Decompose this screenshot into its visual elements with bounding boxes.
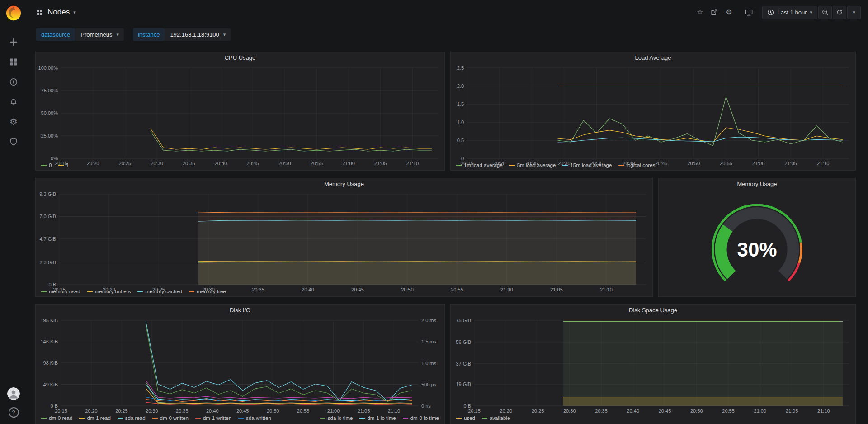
sidebar-create-button[interactable]: [4, 33, 24, 51]
legend-label: memory buffers: [95, 289, 131, 294]
grafana-logo[interactable]: [5, 5, 22, 24]
svg-text:30%: 30%: [737, 238, 777, 261]
user-avatar[interactable]: [7, 387, 20, 400]
svg-text:2.0: 2.0: [457, 83, 464, 89]
bell-icon: [9, 97, 18, 106]
chart-legend: 1m load average5m load average15m load a…: [451, 162, 855, 170]
legend-swatch: [509, 165, 515, 166]
legend-item[interactable]: dm-0 written: [152, 415, 189, 421]
legend-item[interactable]: memory buffers: [87, 289, 131, 294]
panel-title[interactable]: CPU Usage: [36, 52, 444, 63]
svg-text:0.5: 0.5: [457, 138, 464, 143]
variable-value: 192.168.1.18:9100: [170, 31, 219, 38]
variable-value-dropdown[interactable]: Prometheus ▾: [75, 28, 124, 41]
kiosk-mode-button[interactable]: [741, 5, 756, 19]
sidebar-configuration-button[interactable]: ⚙: [4, 113, 24, 130]
panel-title[interactable]: Disk Space Usage: [451, 305, 855, 316]
legend-swatch: [618, 165, 624, 166]
star-dashboard-button[interactable]: ☆: [693, 5, 707, 19]
disk-space-chart[interactable]: 20:1520:2020:2520:3020:3520:4020:4520:50…: [451, 316, 855, 415]
share-dashboard-button[interactable]: [707, 5, 722, 19]
dashboard-title-dropdown[interactable]: Nodes ▾: [47, 8, 76, 17]
disk-io-chart[interactable]: 20:1520:2020:2520:3020:3520:4020:4520:50…: [36, 316, 444, 415]
svg-text:4.7 GiB: 4.7 GiB: [39, 236, 56, 242]
legend-item[interactable]: dm-1 written: [195, 415, 231, 421]
svg-text:1.5: 1.5: [457, 101, 464, 107]
legend-item[interactable]: 1: [58, 162, 69, 168]
svg-text:21:00: 21:00: [327, 408, 340, 414]
gear-icon: ⚙: [726, 9, 732, 16]
legend-swatch: [118, 418, 123, 419]
refresh-button[interactable]: [833, 6, 846, 19]
refresh-interval-dropdown[interactable]: ▾: [847, 6, 861, 19]
variable-value-dropdown[interactable]: 192.168.1.18:9100 ▾: [165, 28, 231, 41]
dashboard-grid-icon[interactable]: [36, 9, 43, 16]
legend-item[interactable]: dm-0 io time: [403, 415, 439, 421]
help-button[interactable]: ?: [9, 407, 19, 418]
zoom-out-time-button[interactable]: [818, 6, 832, 19]
panel-cpu-usage: CPU Usage 20:1520:2020:2520:3020:3520:40…: [35, 52, 445, 171]
legend-label: 0: [49, 162, 52, 168]
time-range-picker[interactable]: Last 1 hour ▾: [762, 6, 817, 19]
legend-item[interactable]: sda read: [118, 415, 146, 421]
legend-swatch: [562, 165, 568, 166]
legend-item[interactable]: dm-1 io time: [359, 415, 396, 421]
cpu-usage-chart[interactable]: 20:1520:2020:2520:3020:3520:4020:4520:50…: [36, 63, 444, 162]
svg-text:20:30: 20:30: [563, 408, 576, 414]
panel-title[interactable]: Disk I/O: [36, 305, 444, 316]
chart-legend: 01: [36, 162, 444, 170]
sidebar-alerting-button[interactable]: [4, 93, 24, 110]
legend-swatch: [456, 418, 462, 419]
panel-title[interactable]: Load Average: [451, 52, 855, 63]
legend-item[interactable]: memory free: [189, 289, 226, 294]
variable-datasource[interactable]: datasource Prometheus ▾: [36, 28, 124, 41]
svg-text:21:10: 21:10: [388, 408, 401, 414]
panel-disk-io: Disk I/O 20:1520:2020:2520:3020:3520:402…: [35, 304, 445, 424]
legend-item[interactable]: 0: [41, 162, 52, 168]
main-content: Nodes ▾ ☆ ⚙ Last 1 hour ▾: [27, 0, 868, 424]
legend-item[interactable]: dm-0 read: [41, 415, 72, 421]
legend-item[interactable]: memory cached: [137, 289, 182, 294]
gear-icon: ⚙: [9, 117, 18, 126]
legend-label: dm-1 written: [203, 415, 231, 421]
chevron-down-icon: ▾: [853, 10, 855, 15]
legend-item[interactable]: sda written: [238, 415, 271, 421]
gauge-svg: 30%: [659, 190, 855, 296]
time-controls: Last 1 hour ▾ ▾: [762, 6, 861, 19]
variable-instance[interactable]: instance 192.168.1.18:9100 ▾: [133, 28, 231, 41]
svg-text:21:10: 21:10: [817, 408, 830, 414]
navbar-actions: ☆ ⚙ Last 1 hour ▾: [693, 5, 861, 19]
chevron-down-icon: ▾: [810, 10, 812, 15]
legend-item[interactable]: available: [482, 415, 510, 421]
svg-text:195 KiB: 195 KiB: [40, 318, 58, 323]
chart-svg: 20:1520:2020:2520:3020:3520:4020:4520:50…: [36, 190, 652, 294]
legend-label: dm-1 read: [87, 415, 110, 421]
dashboard-settings-button[interactable]: ⚙: [722, 5, 736, 19]
legend-item[interactable]: 15m load average: [562, 162, 612, 168]
legend-item[interactable]: memory used: [41, 289, 80, 294]
memory-usage-chart[interactable]: 20:1520:2020:2520:3020:3520:4020:4520:50…: [36, 190, 652, 288]
svg-text:9.3 GiB: 9.3 GiB: [39, 191, 56, 197]
dashboards-grid-icon: [9, 57, 18, 67]
legend-item[interactable]: logical cores: [618, 162, 655, 168]
legend-swatch: [87, 291, 93, 292]
legend-swatch: [41, 418, 47, 419]
legend-item[interactable]: used: [456, 415, 475, 421]
sidebar: ⚙ ?: [0, 0, 27, 424]
zoom-out-icon: [821, 9, 829, 16]
chart-svg: 20:1520:2020:2520:3020:3520:4020:4520:50…: [451, 316, 855, 415]
panel-title[interactable]: Memory Usage: [659, 178, 855, 190]
legend-swatch: [137, 291, 143, 292]
sidebar-dashboards-button[interactable]: [4, 53, 24, 71]
svg-text:20:15: 20:15: [55, 408, 67, 414]
legend-item[interactable]: 5m load average: [509, 162, 556, 168]
panel-title[interactable]: Memory Usage: [36, 178, 652, 190]
sidebar-admin-button[interactable]: [4, 133, 24, 150]
legend-item[interactable]: 1m load average: [456, 162, 503, 168]
memory-usage-gauge: 30%: [659, 190, 855, 296]
legend-item[interactable]: sda io time: [320, 415, 353, 421]
load-average-chart[interactable]: 20:1520:2020:2520:3020:3520:4020:4520:50…: [451, 63, 855, 162]
sidebar-explore-button[interactable]: [4, 73, 24, 91]
legend-item[interactable]: dm-1 read: [79, 415, 110, 421]
chart-legend: memory usedmemory buffersmemory cachedme…: [36, 288, 652, 296]
